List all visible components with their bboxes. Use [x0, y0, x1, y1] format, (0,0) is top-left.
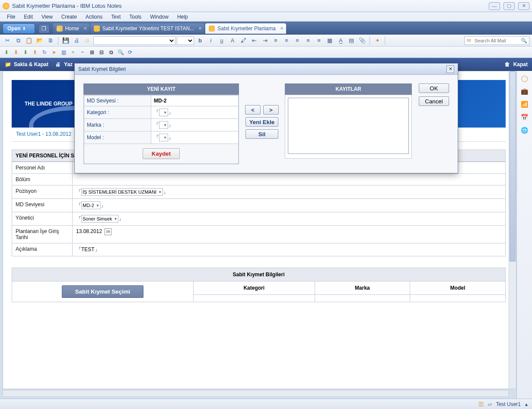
maximize-button[interactable]: ▢: [503, 2, 515, 10]
value-bolum[interactable]: [73, 174, 506, 185]
save-icon[interactable]: 💾: [61, 36, 70, 45]
sidebar-rss-icon[interactable]: 📶: [520, 99, 529, 109]
value-planlanan[interactable]: 13.08.201216: [73, 226, 506, 243]
dlg-value-marka[interactable]: 「 」: [151, 119, 239, 131]
table-icon[interactable]: ▦: [325, 36, 334, 45]
bold-icon[interactable]: b: [195, 36, 205, 45]
dialog-close-button[interactable]: ✕: [446, 65, 454, 73]
sidebar-ring-icon[interactable]: ◯: [520, 73, 529, 83]
key-icon[interactable]: ⚿: [478, 401, 484, 407]
tab-home[interactable]: ⌂ Home ✕: [53, 23, 89, 34]
menu-file[interactable]: File: [3, 13, 19, 21]
tab-sabit-planlama-close[interactable]: ✕: [280, 26, 284, 31]
chart-icon[interactable]: ▤: [347, 36, 356, 45]
sidebar-calendar-icon[interactable]: 📅: [520, 112, 529, 122]
attach-icon[interactable]: 📎: [357, 36, 367, 45]
dlg-model-dropdown[interactable]: [159, 134, 168, 141]
expand-icon[interactable]: ⊞: [88, 48, 96, 56]
sk-select-button[interactable]: Sabit Kıymet Seçimi: [62, 285, 143, 298]
open-button[interactable]: Open: [3, 23, 35, 34]
arrow-icon[interactable]: ➤: [50, 48, 58, 56]
find-icon[interactable]: 🔍: [117, 48, 124, 56]
open-doc-icon[interactable]: 📂: [35, 36, 45, 45]
status-user[interactable]: Test User1: [496, 401, 521, 407]
collapse2-icon[interactable]: ⊟: [98, 48, 105, 56]
kaydet-button[interactable]: Kaydet: [143, 148, 180, 159]
minus-icon[interactable]: －: [79, 48, 86, 56]
indent-left-icon[interactable]: ⇤: [249, 36, 259, 45]
font-color-icon[interactable]: A: [228, 36, 237, 45]
close-window-button[interactable]: ✕: [518, 2, 529, 10]
minimize-button[interactable]: —: [489, 2, 500, 10]
search-input[interactable]: [475, 37, 520, 45]
font-select[interactable]: [93, 36, 175, 45]
cancel-button[interactable]: Cancel: [419, 96, 449, 106]
copy-icon[interactable]: ⧉: [13, 36, 23, 45]
highlight-icon[interactable]: 🖍: [239, 36, 248, 45]
paste-icon[interactable]: 📋: [24, 36, 34, 45]
align-right-icon[interactable]: ≡: [303, 36, 313, 45]
calendar-icon[interactable]: 16: [105, 228, 111, 235]
scrollbar-thumb[interactable]: [510, 71, 516, 262]
save-close-button[interactable]: 📁 Sakla & Kapat: [4, 61, 48, 68]
menu-help[interactable]: Help: [174, 13, 191, 21]
chevron-up-icon[interactable]: ▴: [525, 401, 528, 407]
value-yonetici[interactable]: 「Soner Simsek」: [73, 212, 506, 226]
dlg-kategori-dropdown[interactable]: [159, 109, 168, 116]
tab-sabit-yonetimi-close[interactable]: ✕: [198, 26, 202, 31]
sidebar-globe-icon[interactable]: 🌐: [520, 125, 529, 135]
horizontal-scrollbar[interactable]: [3, 390, 509, 397]
dlg-value-kategori[interactable]: 「 」: [151, 106, 239, 119]
pozisyon-dropdown[interactable]: İŞ SİSTEMLERİ DESTEK UZMANI: [81, 188, 163, 196]
menu-create[interactable]: Create: [58, 13, 80, 21]
print-icon[interactable]: 🖨: [72, 36, 81, 45]
dlg-value-model[interactable]: 「 」: [151, 131, 239, 144]
refresh-icon[interactable]: ↻: [41, 48, 48, 56]
menu-window[interactable]: Window: [147, 13, 172, 21]
tab-sabit-planlama[interactable]: Sabit Kıymetler Planlama ✕: [205, 23, 286, 34]
dialog-title-bar[interactable]: Sabit Kıymet Bilgileri ✕: [75, 64, 458, 75]
underline-icon[interactable]: u: [217, 36, 226, 45]
indent-right-icon[interactable]: ⇥: [260, 36, 270, 45]
menu-actions[interactable]: Actions: [82, 13, 106, 21]
yonetici-dropdown[interactable]: Soner Simsek: [81, 215, 118, 223]
ok-button[interactable]: OK: [419, 83, 449, 93]
cut-icon[interactable]: ✂: [3, 36, 12, 45]
up-orange-icon[interactable]: ⬆: [31, 48, 39, 56]
menu-text[interactable]: Text: [108, 13, 124, 21]
value-aciklama[interactable]: 「TEST」: [73, 243, 506, 256]
search-box[interactable]: [465, 36, 529, 45]
size-select[interactable]: [177, 36, 194, 45]
vertical-scrollbar[interactable]: [509, 71, 516, 389]
copy2-icon[interactable]: ⧉: [107, 48, 115, 56]
reload-icon[interactable]: ⟳: [126, 48, 134, 56]
yeni-ekle-button[interactable]: Yeni Ekle: [245, 117, 278, 127]
tab-home-close[interactable]: ✕: [83, 26, 87, 31]
italic-icon[interactable]: i: [206, 36, 216, 45]
emoji-icon[interactable]: ☺: [83, 36, 92, 45]
down-orange-icon[interactable]: ⬇: [12, 48, 20, 56]
value-md-seviyesi[interactable]: 「MD-2」: [73, 199, 506, 212]
print-button[interactable]: 🖨 Yaz: [54, 61, 73, 68]
tab-sabit-yonetimi[interactable]: Sabit Kıymetler Yönetimi TEST ISTAN... ✕: [90, 23, 205, 34]
justify-icon[interactable]: ≡: [314, 36, 324, 45]
md-dropdown[interactable]: MD-2: [81, 201, 101, 209]
align-left-icon[interactable]: ≡: [282, 36, 291, 45]
list-icon[interactable]: ≡: [271, 36, 280, 45]
plus-icon[interactable]: ＋: [69, 48, 77, 56]
kapat-button[interactable]: 🗑 Kapat: [504, 61, 528, 68]
value-pozisyon[interactable]: 「İŞ SİSTEMLERİ DESTEK UZMANI」: [73, 185, 506, 199]
down-green-icon[interactable]: ⬇: [3, 48, 10, 56]
menu-edit[interactable]: Edit: [20, 13, 36, 21]
kayitlar-list[interactable]: [288, 98, 409, 154]
dlg-marka-dropdown[interactable]: [159, 121, 168, 129]
menu-view[interactable]: View: [38, 13, 56, 21]
new-window-button[interactable]: ❐: [38, 24, 50, 33]
collapse-icon[interactable]: ▥: [60, 48, 67, 56]
menu-tools[interactable]: Tools: [126, 13, 145, 21]
net-icon[interactable]: ▱: [488, 401, 492, 407]
text-icon[interactable]: A̲: [336, 36, 345, 45]
sil-button[interactable]: Sil: [245, 129, 278, 139]
align-center-icon[interactable]: ≡: [293, 36, 302, 45]
star-icon[interactable]: ✦: [373, 36, 382, 45]
